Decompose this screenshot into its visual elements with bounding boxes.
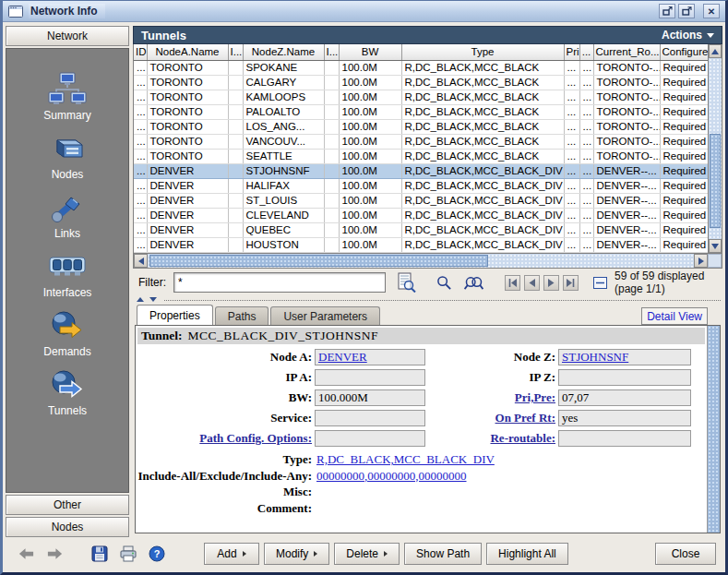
table-cell[interactable]: [228, 163, 243, 178]
table-cell[interactable]: DENVER: [147, 237, 228, 252]
detail-view-button[interactable]: Detail View: [641, 307, 708, 325]
table-cell[interactable]: DENVER: [147, 163, 228, 178]
table-cell[interactable]: ...: [134, 163, 147, 178]
table-cell[interactable]: ...: [564, 119, 579, 134]
table-cell[interactable]: [324, 90, 339, 104]
table-cell[interactable]: DENVER: [147, 208, 228, 222]
actions-menu[interactable]: Actions: [662, 29, 714, 42]
table-cell[interactable]: ...: [134, 90, 147, 104]
table-row[interactable]: ...DENVERHOUSTON100.0MR,DC_BLACK,MCC_BLA…: [134, 237, 708, 252]
table-cell[interactable]: ...: [579, 208, 593, 222]
table-row[interactable]: ...DENVERHALIFAX100.0MR,DC_BLACK,MCC_BLA…: [134, 178, 708, 193]
table-row[interactable]: ...DENVERST_LOUIS100.0MR,DC_BLACK,MCC_BL…: [134, 193, 708, 208]
table-cell[interactable]: ST_LOUIS: [243, 193, 324, 208]
column-header-current-ro[interactable]: Current_Ro...: [593, 44, 660, 60]
table-cell[interactable]: DENVER--...: [593, 237, 660, 252]
table-row[interactable]: ...DENVERCLEVELAND100.0MR,DC_BLACK,MCC_B…: [134, 208, 708, 222]
table-cell[interactable]: R,DC_BLACK,MCC_BLACK_DIV: [401, 193, 564, 208]
table-cell[interactable]: DENVER: [147, 178, 228, 193]
table-cell[interactable]: ...: [564, 222, 579, 237]
table-cell[interactable]: ...: [564, 134, 579, 149]
table-cell[interactable]: R,DC_BLACK,MCC_BLACK: [401, 104, 564, 119]
table-cell[interactable]: TORONTO-...: [593, 119, 660, 134]
table-cell[interactable]: R,DC_BLACK,MCC_BLACK: [401, 134, 564, 149]
table-cell[interactable]: [324, 193, 339, 208]
table-cell[interactable]: ...: [579, 60, 593, 75]
table-cell[interactable]: ...: [579, 178, 593, 193]
delete-button[interactable]: Delete: [334, 543, 400, 565]
column-header-dots[interactable]: ...: [579, 44, 593, 60]
table-cell[interactable]: R,DC_BLACK,MCC_BLACK_DIV: [401, 163, 564, 178]
table-row[interactable]: ...TORONTOKAMLOOPS100.0MR,DC_BLACK,MCC_B…: [134, 90, 708, 104]
close-button[interactable]: Close: [655, 543, 716, 565]
table-cell[interactable]: ...: [564, 163, 579, 178]
table-cell[interactable]: TORONTO: [147, 134, 228, 149]
bw-field[interactable]: 100.000M: [315, 389, 425, 406]
table-cell[interactable]: TORONTO: [147, 75, 228, 90]
table-cell[interactable]: 100.0M: [339, 104, 401, 119]
table-cell[interactable]: 100.0M: [339, 222, 401, 237]
table-cell[interactable]: ...: [134, 208, 147, 222]
first-page-icon[interactable]: [505, 275, 520, 291]
table-cell[interactable]: ...: [564, 208, 579, 222]
path-config-options-field[interactable]: [315, 430, 425, 447]
next-page-icon[interactable]: [543, 275, 559, 291]
table-cell[interactable]: ...: [579, 104, 593, 119]
show-path-button[interactable]: Show Path: [404, 543, 482, 565]
table-cell[interactable]: ...: [134, 149, 147, 163]
table-cell[interactable]: [324, 60, 339, 75]
table-cell[interactable]: 100.0M: [339, 90, 401, 104]
table-cell[interactable]: TORONTO-...: [593, 104, 660, 119]
tab-user-parameters[interactable]: User Parameters: [270, 306, 380, 325]
scroll-track[interactable]: [148, 254, 694, 268]
scroll-right-icon[interactable]: [694, 254, 708, 268]
column-header-i[interactable]: I...: [324, 44, 339, 60]
titlebar[interactable]: Network Info ✕: [3, 1, 725, 22]
table-cell[interactable]: [228, 75, 243, 90]
table-cell[interactable]: DENVER: [147, 193, 228, 208]
minimize-icon[interactable]: [659, 4, 675, 18]
table-cell[interactable]: Required (...: [660, 208, 708, 222]
pri-pre-field[interactable]: 07,07: [558, 389, 691, 406]
ip-z-field[interactable]: [558, 369, 691, 386]
table-cell[interactable]: TORONTO: [147, 149, 228, 163]
table-cell[interactable]: Required (...: [660, 237, 708, 252]
table-cell[interactable]: [324, 149, 339, 163]
search-icon[interactable]: [436, 275, 452, 291]
table-cell[interactable]: [228, 134, 243, 149]
table-row[interactable]: ...TORONTOLOS_ANG...100.0MR,DC_BLACK,MCC…: [134, 119, 708, 134]
table-cell[interactable]: ...: [579, 193, 593, 208]
on-pref-rt-label[interactable]: On Pref Rt:: [429, 411, 558, 425]
column-header-i[interactable]: I...: [228, 44, 243, 60]
table-cell[interactable]: ...: [564, 75, 579, 90]
table-cell[interactable]: ...: [134, 222, 147, 237]
table-cell[interactable]: TORONTO: [147, 104, 228, 119]
column-header-nodea-name[interactable]: NodeA.Name: [147, 44, 228, 60]
table-cell[interactable]: ...: [579, 149, 593, 163]
table-cell[interactable]: R,DC_BLACK,MCC_BLACK_DIV: [401, 178, 564, 193]
table-cell[interactable]: ...: [564, 193, 579, 208]
splitter-up-icon[interactable]: [137, 297, 144, 302]
table-cell[interactable]: [228, 237, 243, 252]
table-cell[interactable]: [228, 149, 243, 163]
add-button[interactable]: Add: [204, 543, 259, 565]
table-cell[interactable]: R,DC_BLACK,MCC_BLACK: [401, 75, 564, 90]
service-field[interactable]: [315, 410, 425, 426]
table-cell[interactable]: 100.0M: [339, 60, 401, 75]
type-value[interactable]: R,DC_BLACK,MCC_BLACK_DIV: [315, 451, 495, 468]
table-cell[interactable]: ...: [579, 163, 593, 178]
save-icon[interactable]: [91, 545, 108, 562]
column-header-type[interactable]: Type: [401, 44, 564, 60]
table-cell[interactable]: [324, 208, 339, 222]
table-cell[interactable]: [228, 119, 243, 134]
table-cell[interactable]: R,DC_BLACK,MCC_BLACK: [401, 119, 564, 134]
table-cell[interactable]: ...: [564, 90, 579, 104]
table-vertical-scrollbar[interactable]: [708, 44, 722, 253]
table-cell[interactable]: TORONTO-...: [593, 149, 660, 163]
network-button[interactable]: Network: [6, 26, 129, 46]
nodes-button[interactable]: Nodes: [6, 517, 129, 537]
maximize-icon[interactable]: [678, 4, 695, 18]
table-cell[interactable]: SEATTLE: [243, 149, 324, 163]
sidebar-item-demands[interactable]: Demands: [6, 305, 128, 360]
table-cell[interactable]: [228, 104, 243, 119]
